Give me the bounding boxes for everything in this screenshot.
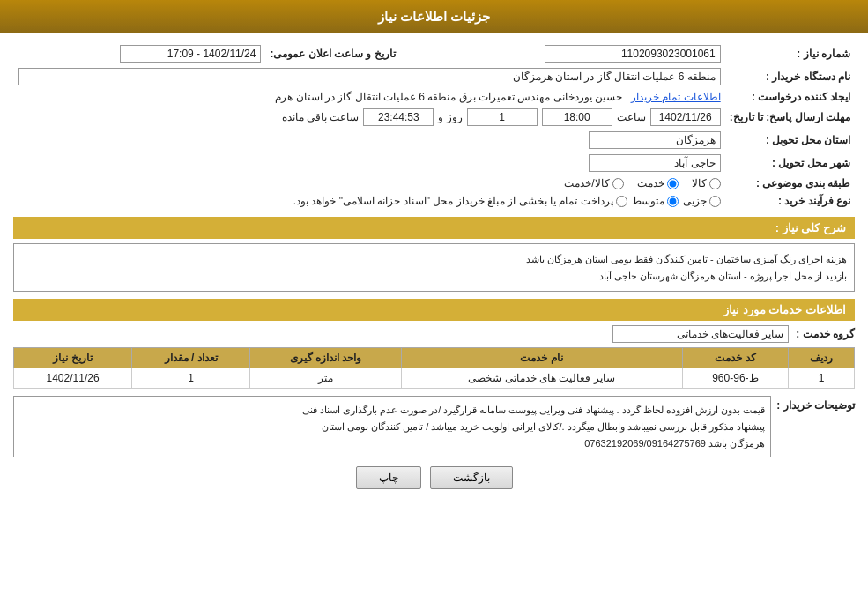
info-table-top: شماره نیاز : 1102093023001061 تاریخ و سا… — [13, 42, 855, 210]
category-option-kala-khedmat: کالا/خدمت — [564, 177, 623, 189]
buttons-row: بازگشت چاپ — [13, 466, 855, 489]
purchase-type-options: جزیی متوسط پرداخت تمام یا بخشی از مبلغ خ… — [13, 192, 725, 210]
print-button[interactable]: چاپ — [356, 466, 421, 489]
purchase-type-jozi: جزیی — [683, 195, 721, 207]
col-header-code: کد خدمت — [682, 348, 789, 368]
services-table: ردیف کد خدمت نام خدمت واحد اندازه گیری ت… — [13, 347, 855, 389]
category-kala-label: کالا — [692, 177, 707, 189]
deadline-remaining-box: 23:44:53 — [363, 108, 434, 126]
buyer-org-label: نام دستگاه خریدار : — [725, 65, 855, 88]
category-options: کالا خدمت کالا/خدمت — [13, 175, 725, 192]
day-label: روز و — [438, 111, 462, 123]
purchase-motavasset-label: متوسط — [632, 195, 664, 207]
purchase-radio-motavasset[interactable] — [667, 196, 679, 207]
creator-name: حسین یوردخانی مهندس تعمیرات برق منطقه 6 … — [275, 91, 622, 103]
buyer-notes-label: توضیحات خریدار : — [775, 396, 855, 412]
buyer-notes-content: قیمت بدون ارزش افزوده لحاظ گردد . پیشنها… — [13, 396, 771, 457]
deadline-time-box: 18:00 — [542, 108, 612, 126]
province-label: استان محل تحویل : — [725, 129, 855, 152]
category-radio-kala[interactable] — [709, 178, 721, 189]
remaining-label: ساعت باقی مانده — [282, 111, 360, 123]
need-number-label: شماره نیاز : — [725, 42, 855, 65]
city-box: حاجی آباد — [589, 154, 721, 172]
col-header-qty: تعداد / مقدار — [132, 348, 250, 368]
category-option-khedmat: خدمت — [637, 177, 679, 189]
cell-unit: متر — [250, 368, 402, 389]
need-desc-box: هزینه اجرای رنگ آمیزی ساختمان - تامین کن… — [13, 243, 855, 292]
col-header-date: تاریخ نیاز — [14, 348, 132, 368]
need-number-box: 1102093023001061 — [545, 45, 721, 63]
creator-value: اطلاعات تمام خریدار حسین یوردخانی مهندس … — [13, 88, 725, 106]
buyer-notes-line3: هرمزگان باشد 07632192069/09164275769 — [19, 435, 765, 452]
buyer-notes-line2: پیشنهاد مذکور قابل بررسی نمیباشد وابطال … — [19, 419, 765, 435]
cell-row-num: 1 — [789, 368, 855, 389]
need-number-value: 1102093023001061 — [413, 42, 725, 65]
deadline-day-box: 1 — [467, 108, 538, 126]
purchase-jozi-label: جزیی — [683, 195, 707, 207]
buyer-notes-row: توضیحات خریدار : قیمت بدون ارزش افزوده ل… — [13, 396, 855, 457]
purchase-type-motavasset: متوسط — [632, 195, 679, 207]
announce-date-value: 1402/11/24 - 17:09 — [13, 42, 265, 65]
service-group-box: سایر فعالیت‌های خدماتی — [612, 325, 789, 343]
cell-service-name: سایر فعالیت های خدماتی شخصی — [401, 368, 682, 389]
need-desc-label: شرح کلی نیاز : — [775, 221, 846, 234]
cell-date: 1402/11/26 — [14, 368, 132, 389]
purchase-radio-jozi[interactable] — [709, 196, 721, 207]
cell-quantity: 1 — [132, 368, 250, 389]
category-radio-khedmat[interactable] — [667, 178, 679, 189]
back-button[interactable]: بازگشت — [430, 466, 513, 489]
services-section-label: اطلاعات خدمات مورد نیاز — [723, 303, 846, 316]
send-date-value: 1402/11/26 ساعت 18:00 1 روز و 23:44:53 س… — [13, 106, 725, 129]
col-header-row: ردیف — [789, 348, 855, 368]
buyer-notes-line1: قیمت بدون ارزش افزوده لحاظ گردد . پیشنها… — [19, 402, 765, 419]
province-value: هرمزگان — [13, 129, 725, 152]
creator-link[interactable]: اطلاعات تمام خریدار — [631, 91, 721, 103]
category-option-kala: کالا — [692, 177, 721, 189]
deadline-date-box: 1402/11/26 — [650, 108, 721, 126]
need-desc-section-title: شرح کلی نیاز : — [13, 217, 855, 239]
creator-label: ایجاد کننده درخواست : — [725, 88, 855, 106]
table-row: 1 ط-96-960 سایر فعالیت های خدماتی شخصی م… — [14, 368, 855, 389]
category-label: طبقه بندی موضوعی : — [725, 175, 855, 192]
announce-date-label: تاریخ و ساعت اعلان عمومی: — [265, 42, 412, 65]
buyer-org-box: منطقه 6 عملیات انتقال گاز در استان هرمزگ… — [18, 68, 721, 85]
need-desc-line1: هزینه اجرای رنگ آمیزی ساختمان - تامین کن… — [21, 251, 847, 268]
cell-service-code: ط-96-960 — [682, 368, 789, 389]
purchase-radio-esnad[interactable] — [616, 196, 627, 207]
col-header-name: نام خدمت — [401, 348, 682, 368]
need-desc-line2: بازدید از محل اجرا پروژه - استان هرمزگان… — [21, 268, 847, 285]
purchase-type-esnad: پرداخت تمام یا بخشی از مبلغ خریداز محل "… — [293, 195, 627, 207]
category-radio-kala-khedmat[interactable] — [612, 178, 624, 189]
page-header: جزئیات اطلاعات نیاز — [0, 0, 868, 33]
province-box: هرمزگان — [589, 131, 721, 149]
purchase-esnad-label: پرداخت تمام یا بخشی از مبلغ خریداز محل "… — [293, 195, 613, 207]
col-header-unit: واحد اندازه گیری — [250, 348, 402, 368]
announce-date-box: 1402/11/24 - 17:09 — [120, 45, 261, 63]
service-group-row: گروه خدمت : سایر فعالیت‌های خدماتی — [13, 325, 855, 343]
category-khedmat-label: خدمت — [637, 177, 664, 189]
buyer-org-value: منطقه 6 عملیات انتقال گاز در استان هرمزگ… — [13, 65, 725, 88]
services-section-title: اطلاعات خدمات مورد نیاز — [13, 299, 855, 321]
hour-label: ساعت — [617, 111, 646, 123]
category-kala-khedmat-label: کالا/خدمت — [564, 177, 609, 189]
page-title: جزئیات اطلاعات نیاز — [378, 9, 490, 24]
city-label: شهر محل تحویل : — [725, 152, 855, 175]
send-date-label: مهلت ارسال پاسخ: تا تاریخ: — [725, 106, 855, 129]
service-group-label: گروه خدمت : — [796, 328, 855, 340]
city-value: حاجی آباد — [13, 152, 725, 175]
purchase-type-label: نوع فرآیند خرید : — [725, 192, 855, 210]
